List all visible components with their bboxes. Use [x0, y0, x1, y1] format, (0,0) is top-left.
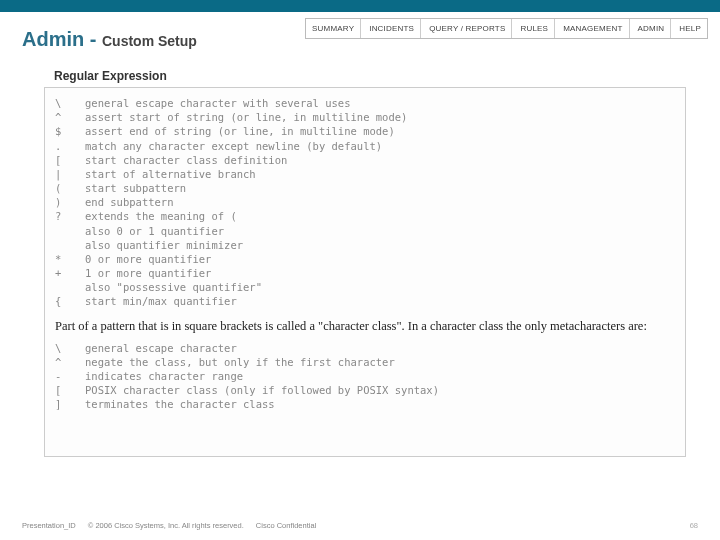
regex-symbol: \	[55, 96, 85, 110]
regex-row: |start of alternative branch	[55, 167, 675, 181]
regex-symbol: $	[55, 124, 85, 138]
regex-row: also 0 or 1 quantifier	[55, 224, 675, 238]
regex-symbol: {	[55, 294, 85, 308]
regex-desc: negate the class, but only if the first …	[85, 355, 675, 369]
regex-symbol: )	[55, 195, 85, 209]
regex-symbol: ^	[55, 110, 85, 124]
regex-row: *0 or more quantifier	[55, 252, 675, 266]
menu-summary[interactable]: SUMMARY	[306, 19, 361, 38]
regex-desc: start of alternative branch	[85, 167, 675, 181]
menu-query-reports[interactable]: QUERY / REPORTS	[423, 19, 512, 38]
regex-desc: start subpattern	[85, 181, 675, 195]
regex-desc: also quantifier minimizer	[85, 238, 675, 252]
regex-row: [POSIX character class (only if followed…	[55, 383, 675, 397]
regex-symbol: -	[55, 369, 85, 383]
menu-rules[interactable]: RULES	[514, 19, 555, 38]
regex-desc: end subpattern	[85, 195, 675, 209]
regex-desc: indicates character range	[85, 369, 675, 383]
page-number: 68	[690, 521, 698, 530]
meta-table-2: \general escape character^negate the cla…	[55, 341, 675, 412]
copyright: © 2006 Cisco Systems, Inc. All rights re…	[88, 521, 244, 530]
regex-symbol	[55, 238, 85, 252]
top-stripe	[0, 0, 720, 12]
title-main: Admin -	[22, 28, 102, 50]
title-sub: Custom Setup	[102, 33, 197, 49]
regex-row: ]terminates the character class	[55, 397, 675, 411]
regex-symbol: [	[55, 153, 85, 167]
regex-row: also quantifier minimizer	[55, 238, 675, 252]
regex-desc: general escape character with several us…	[85, 96, 675, 110]
regex-desc: extends the meaning of (	[85, 209, 675, 223]
character-class-note: Part of a pattern that is in square brac…	[55, 309, 675, 341]
regex-row: )end subpattern	[55, 195, 675, 209]
regex-desc: start min/max quantifier	[85, 294, 675, 308]
regex-row: (start subpattern	[55, 181, 675, 195]
regex-desc: match any character except newline (by d…	[85, 139, 675, 153]
regex-symbol: ?	[55, 209, 85, 223]
regex-row: $assert end of string (or line, in multi…	[55, 124, 675, 138]
regex-row: \general escape character	[55, 341, 675, 355]
regex-row: ^assert start of string (or line, in mul…	[55, 110, 675, 124]
regex-symbol	[55, 224, 85, 238]
regex-desc: terminates the character class	[85, 397, 675, 411]
top-menu: SUMMARY INCIDENTS QUERY / REPORTS RULES …	[305, 18, 708, 39]
menu-management[interactable]: MANAGEMENT	[557, 19, 629, 38]
regex-row: {start min/max quantifier	[55, 294, 675, 308]
regex-desc: POSIX character class (only if followed …	[85, 383, 675, 397]
regex-reference-box: \general escape character with several u…	[44, 87, 686, 457]
regex-symbol: [	[55, 383, 85, 397]
regex-symbol: *	[55, 252, 85, 266]
meta-table-1: \general escape character with several u…	[55, 96, 675, 309]
regex-symbol: (	[55, 181, 85, 195]
regex-row: \general escape character with several u…	[55, 96, 675, 110]
regex-row: ^negate the class, but only if the first…	[55, 355, 675, 369]
footer: Presentation_ID © 2006 Cisco Systems, In…	[22, 521, 698, 530]
menu-incidents[interactable]: INCIDENTS	[363, 19, 421, 38]
regex-desc: start character class definition	[85, 153, 675, 167]
regex-symbol: |	[55, 167, 85, 181]
regex-desc: also "possessive quantifier"	[85, 280, 675, 294]
regex-desc: 0 or more quantifier	[85, 252, 675, 266]
regex-symbol: ]	[55, 397, 85, 411]
regex-desc: 1 or more quantifier	[85, 266, 675, 280]
regex-row: ?extends the meaning of (	[55, 209, 675, 223]
confidential: Cisco Confidential	[256, 521, 316, 530]
regex-row: also "possessive quantifier"	[55, 280, 675, 294]
regex-desc: general escape character	[85, 341, 675, 355]
menu-help[interactable]: HELP	[673, 19, 707, 38]
menu-admin[interactable]: ADMIN	[632, 19, 672, 38]
regex-desc: assert start of string (or line, in mult…	[85, 110, 675, 124]
regex-symbol	[55, 280, 85, 294]
regex-symbol: .	[55, 139, 85, 153]
regex-row: [start character class definition	[55, 153, 675, 167]
regex-row: -indicates character range	[55, 369, 675, 383]
regex-symbol: \	[55, 341, 85, 355]
regex-row: .match any character except newline (by …	[55, 139, 675, 153]
regex-desc: assert end of string (or line, in multil…	[85, 124, 675, 138]
regex-symbol: +	[55, 266, 85, 280]
regex-desc: also 0 or 1 quantifier	[85, 224, 675, 238]
section-label: Regular Expression	[0, 57, 720, 87]
regex-symbol: ^	[55, 355, 85, 369]
presentation-id: Presentation_ID	[22, 521, 76, 530]
regex-row: +1 or more quantifier	[55, 266, 675, 280]
